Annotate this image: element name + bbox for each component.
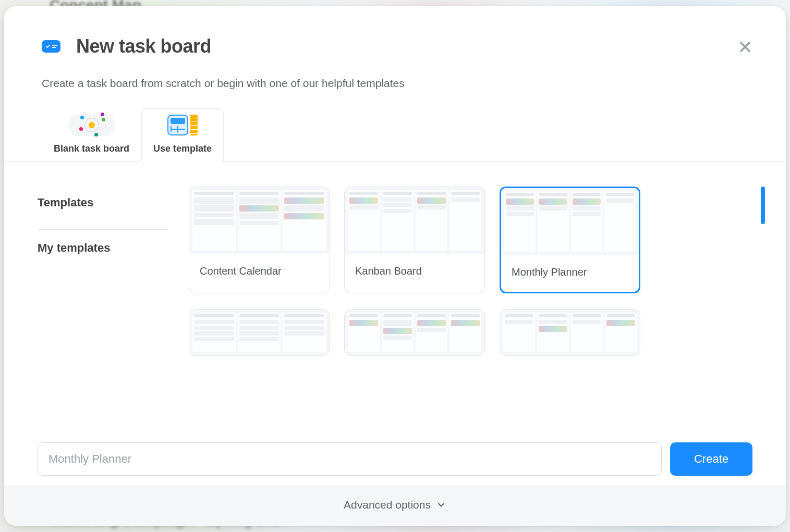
template-card-label: Kanban Board [345,254,484,291]
template-card-peek[interactable] [189,309,330,356]
templates-row-peek [189,309,762,356]
chevron-down-icon [436,500,446,510]
modal-header: New task board Create a task board from … [4,6,786,97]
tabs: Blank task board Use template [4,97,786,162]
modal-subtitle: Create a task board from scratch or begi… [42,77,752,90]
orbit-icon [68,114,115,136]
close-icon [738,40,752,54]
advanced-options-label: Advanced options [344,499,431,511]
scrollbar-thumb[interactable] [761,187,765,224]
tab-blank-task-board[interactable]: Blank task board [42,108,141,162]
template-gallery[interactable]: Templates My templates Content Calendar [4,162,786,430]
template-card-kanban-board[interactable]: Kanban Board [344,187,485,293]
template-card-content-calendar[interactable]: Content Calendar [189,187,330,293]
section-title-my-templates: My templates [38,241,168,255]
template-grid-ruler-icon [167,114,198,136]
template-preview [501,188,639,255]
template-preview [345,187,484,254]
modal-title: New task board [76,35,211,57]
section-title-templates: Templates [38,196,168,209]
template-card-label: Content Calendar [189,254,329,291]
template-card-monthly-planner[interactable]: Monthly Planner [500,187,640,293]
tab-use-template[interactable]: Use template [141,108,224,162]
tab-blank-label: Blank task board [54,143,129,154]
task-board-badge-icon [42,40,60,53]
template-preview [189,187,329,254]
advanced-options-toggle[interactable]: Advanced options [4,485,786,526]
section-templates: Templates My templates Content Calendar [38,187,762,356]
templates-row: Content Calendar Kanban Board [189,187,762,293]
board-name-input[interactable] [38,442,662,476]
modal-footer: Create [4,430,786,485]
template-card-peek[interactable] [344,309,485,356]
template-card-peek[interactable] [500,309,640,356]
create-button[interactable]: Create [670,442,752,476]
close-button[interactable] [735,36,756,57]
tab-use-template-label: Use template [153,143,212,154]
new-task-board-modal: New task board Create a task board from … [4,6,786,526]
template-card-label: Monthly Planner [501,255,639,292]
